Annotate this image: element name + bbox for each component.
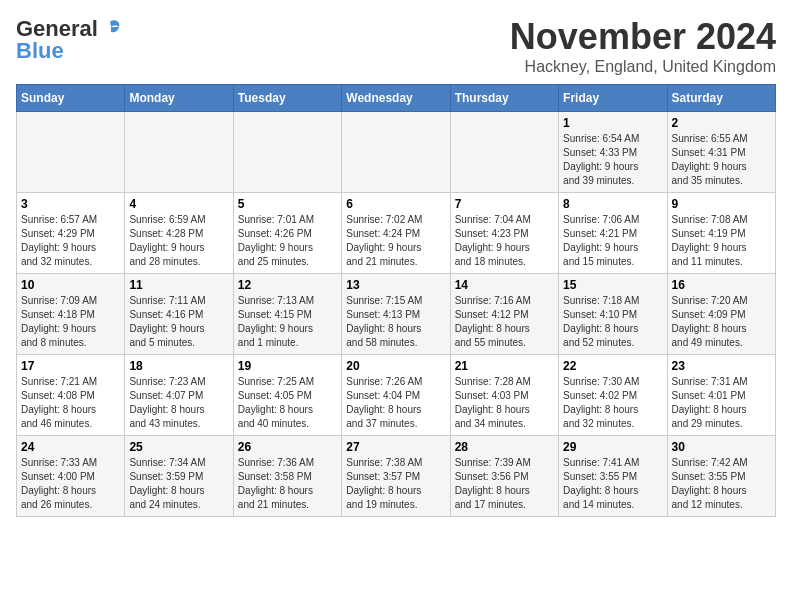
day-info: Sunrise: 7:25 AM Sunset: 4:05 PM Dayligh…	[238, 375, 337, 431]
day-info: Sunrise: 7:28 AM Sunset: 4:03 PM Dayligh…	[455, 375, 554, 431]
calendar-cell: 11Sunrise: 7:11 AM Sunset: 4:16 PM Dayli…	[125, 274, 233, 355]
day-number: 4	[129, 197, 228, 211]
day-number: 13	[346, 278, 445, 292]
day-info: Sunrise: 7:30 AM Sunset: 4:02 PM Dayligh…	[563, 375, 662, 431]
day-info: Sunrise: 7:18 AM Sunset: 4:10 PM Dayligh…	[563, 294, 662, 350]
calendar-cell: 25Sunrise: 7:34 AM Sunset: 3:59 PM Dayli…	[125, 436, 233, 517]
weekday-header-row: SundayMondayTuesdayWednesdayThursdayFrid…	[17, 85, 776, 112]
day-number: 20	[346, 359, 445, 373]
calendar-cell: 6Sunrise: 7:02 AM Sunset: 4:24 PM Daylig…	[342, 193, 450, 274]
calendar-cell: 14Sunrise: 7:16 AM Sunset: 4:12 PM Dayli…	[450, 274, 558, 355]
day-number: 24	[21, 440, 120, 454]
page-header: General Blue November 2024 Hackney, Engl…	[16, 16, 776, 76]
day-number: 8	[563, 197, 662, 211]
calendar-cell	[17, 112, 125, 193]
day-info: Sunrise: 7:42 AM Sunset: 3:55 PM Dayligh…	[672, 456, 771, 512]
weekday-header-tuesday: Tuesday	[233, 85, 341, 112]
day-number: 30	[672, 440, 771, 454]
day-number: 10	[21, 278, 120, 292]
day-info: Sunrise: 7:33 AM Sunset: 4:00 PM Dayligh…	[21, 456, 120, 512]
calendar-cell: 13Sunrise: 7:15 AM Sunset: 4:13 PM Dayli…	[342, 274, 450, 355]
logo-bird-icon	[101, 19, 121, 37]
day-info: Sunrise: 7:11 AM Sunset: 4:16 PM Dayligh…	[129, 294, 228, 350]
calendar-cell: 5Sunrise: 7:01 AM Sunset: 4:26 PM Daylig…	[233, 193, 341, 274]
calendar-cell: 16Sunrise: 7:20 AM Sunset: 4:09 PM Dayli…	[667, 274, 775, 355]
calendar-cell	[342, 112, 450, 193]
day-number: 16	[672, 278, 771, 292]
day-number: 11	[129, 278, 228, 292]
day-number: 12	[238, 278, 337, 292]
calendar-cell: 9Sunrise: 7:08 AM Sunset: 4:19 PM Daylig…	[667, 193, 775, 274]
weekday-header-sunday: Sunday	[17, 85, 125, 112]
calendar-cell	[450, 112, 558, 193]
calendar-week-row: 17Sunrise: 7:21 AM Sunset: 4:08 PM Dayli…	[17, 355, 776, 436]
calendar-table: SundayMondayTuesdayWednesdayThursdayFrid…	[16, 84, 776, 517]
calendar-cell: 23Sunrise: 7:31 AM Sunset: 4:01 PM Dayli…	[667, 355, 775, 436]
day-number: 21	[455, 359, 554, 373]
calendar-cell: 3Sunrise: 6:57 AM Sunset: 4:29 PM Daylig…	[17, 193, 125, 274]
calendar-cell: 15Sunrise: 7:18 AM Sunset: 4:10 PM Dayli…	[559, 274, 667, 355]
day-info: Sunrise: 7:34 AM Sunset: 3:59 PM Dayligh…	[129, 456, 228, 512]
calendar-cell: 29Sunrise: 7:41 AM Sunset: 3:55 PM Dayli…	[559, 436, 667, 517]
day-number: 25	[129, 440, 228, 454]
day-info: Sunrise: 6:54 AM Sunset: 4:33 PM Dayligh…	[563, 132, 662, 188]
calendar-week-row: 24Sunrise: 7:33 AM Sunset: 4:00 PM Dayli…	[17, 436, 776, 517]
calendar-cell: 18Sunrise: 7:23 AM Sunset: 4:07 PM Dayli…	[125, 355, 233, 436]
calendar-cell: 27Sunrise: 7:38 AM Sunset: 3:57 PM Dayli…	[342, 436, 450, 517]
day-info: Sunrise: 7:08 AM Sunset: 4:19 PM Dayligh…	[672, 213, 771, 269]
weekday-header-wednesday: Wednesday	[342, 85, 450, 112]
day-number: 3	[21, 197, 120, 211]
calendar-cell	[233, 112, 341, 193]
weekday-header-friday: Friday	[559, 85, 667, 112]
calendar-cell: 24Sunrise: 7:33 AM Sunset: 4:00 PM Dayli…	[17, 436, 125, 517]
weekday-header-saturday: Saturday	[667, 85, 775, 112]
day-info: Sunrise: 6:55 AM Sunset: 4:31 PM Dayligh…	[672, 132, 771, 188]
calendar-cell: 30Sunrise: 7:42 AM Sunset: 3:55 PM Dayli…	[667, 436, 775, 517]
day-number: 28	[455, 440, 554, 454]
calendar-cell: 2Sunrise: 6:55 AM Sunset: 4:31 PM Daylig…	[667, 112, 775, 193]
calendar-week-row: 3Sunrise: 6:57 AM Sunset: 4:29 PM Daylig…	[17, 193, 776, 274]
day-info: Sunrise: 7:01 AM Sunset: 4:26 PM Dayligh…	[238, 213, 337, 269]
day-info: Sunrise: 7:20 AM Sunset: 4:09 PM Dayligh…	[672, 294, 771, 350]
day-info: Sunrise: 7:31 AM Sunset: 4:01 PM Dayligh…	[672, 375, 771, 431]
calendar-cell: 12Sunrise: 7:13 AM Sunset: 4:15 PM Dayli…	[233, 274, 341, 355]
day-number: 1	[563, 116, 662, 130]
day-number: 5	[238, 197, 337, 211]
day-number: 7	[455, 197, 554, 211]
calendar-cell: 8Sunrise: 7:06 AM Sunset: 4:21 PM Daylig…	[559, 193, 667, 274]
calendar-cell: 7Sunrise: 7:04 AM Sunset: 4:23 PM Daylig…	[450, 193, 558, 274]
day-info: Sunrise: 7:26 AM Sunset: 4:04 PM Dayligh…	[346, 375, 445, 431]
calendar-cell: 22Sunrise: 7:30 AM Sunset: 4:02 PM Dayli…	[559, 355, 667, 436]
calendar-cell: 19Sunrise: 7:25 AM Sunset: 4:05 PM Dayli…	[233, 355, 341, 436]
day-number: 22	[563, 359, 662, 373]
day-info: Sunrise: 7:23 AM Sunset: 4:07 PM Dayligh…	[129, 375, 228, 431]
month-title: November 2024	[510, 16, 776, 58]
calendar-cell: 20Sunrise: 7:26 AM Sunset: 4:04 PM Dayli…	[342, 355, 450, 436]
calendar-cell: 26Sunrise: 7:36 AM Sunset: 3:58 PM Dayli…	[233, 436, 341, 517]
day-number: 6	[346, 197, 445, 211]
day-info: Sunrise: 7:21 AM Sunset: 4:08 PM Dayligh…	[21, 375, 120, 431]
location-subtitle: Hackney, England, United Kingdom	[510, 58, 776, 76]
day-info: Sunrise: 6:59 AM Sunset: 4:28 PM Dayligh…	[129, 213, 228, 269]
calendar-cell: 4Sunrise: 6:59 AM Sunset: 4:28 PM Daylig…	[125, 193, 233, 274]
calendar-cell	[125, 112, 233, 193]
day-number: 2	[672, 116, 771, 130]
day-info: Sunrise: 7:06 AM Sunset: 4:21 PM Dayligh…	[563, 213, 662, 269]
day-number: 15	[563, 278, 662, 292]
title-block: November 2024 Hackney, England, United K…	[510, 16, 776, 76]
calendar-week-row: 1Sunrise: 6:54 AM Sunset: 4:33 PM Daylig…	[17, 112, 776, 193]
calendar-week-row: 10Sunrise: 7:09 AM Sunset: 4:18 PM Dayli…	[17, 274, 776, 355]
day-number: 9	[672, 197, 771, 211]
day-info: Sunrise: 7:09 AM Sunset: 4:18 PM Dayligh…	[21, 294, 120, 350]
day-info: Sunrise: 7:41 AM Sunset: 3:55 PM Dayligh…	[563, 456, 662, 512]
day-info: Sunrise: 7:36 AM Sunset: 3:58 PM Dayligh…	[238, 456, 337, 512]
day-number: 23	[672, 359, 771, 373]
day-info: Sunrise: 7:04 AM Sunset: 4:23 PM Dayligh…	[455, 213, 554, 269]
weekday-header-thursday: Thursday	[450, 85, 558, 112]
day-info: Sunrise: 7:16 AM Sunset: 4:12 PM Dayligh…	[455, 294, 554, 350]
calendar-cell: 10Sunrise: 7:09 AM Sunset: 4:18 PM Dayli…	[17, 274, 125, 355]
logo: General Blue	[16, 16, 121, 64]
day-info: Sunrise: 7:38 AM Sunset: 3:57 PM Dayligh…	[346, 456, 445, 512]
day-number: 14	[455, 278, 554, 292]
day-number: 27	[346, 440, 445, 454]
